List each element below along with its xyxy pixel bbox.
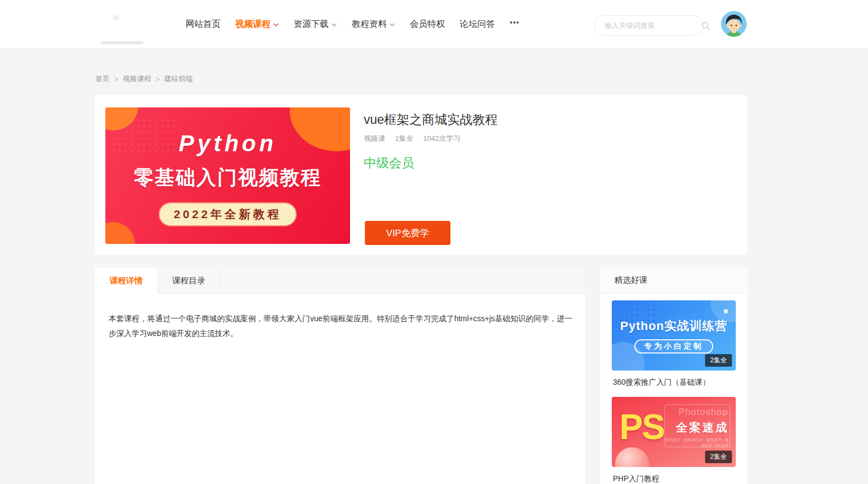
- nav-more-menu[interactable]: •••: [510, 18, 520, 27]
- course-meta: 视频课 1集全 1042次学习: [364, 134, 460, 144]
- tab-course-detail[interactable]: 课程详情: [95, 267, 157, 294]
- user-avatar[interactable]: [721, 11, 747, 37]
- vip-learn-button[interactable]: VIP免费学: [365, 221, 450, 245]
- chevron-down-icon: [331, 23, 337, 27]
- search-box: [594, 15, 704, 36]
- nav-item-downloads[interactable]: 资源下载: [294, 19, 337, 30]
- nav-item-tutorials[interactable]: 教程资料: [352, 19, 395, 30]
- thumbnail-title-cn: 零基础入门视频教程: [134, 164, 322, 191]
- breadcrumb-current: 建站前端: [164, 74, 193, 84]
- course-hero-card: Python 零基础入门视频教程 2022年全新教程 vue框架之商城实战教程 …: [95, 95, 747, 255]
- featured-courses-list: Python实战训练营 专为小白定制 2集全 360搜索推广入门（基础课） PS…: [600, 294, 747, 484]
- search-icon[interactable]: [701, 21, 710, 30]
- thumbnail-text-group: Python 零基础入门视频教程 2022年全新教程: [105, 107, 350, 244]
- nav-label: 资源下载: [294, 19, 329, 30]
- nav-label: 会员特权: [410, 19, 445, 30]
- nav-item-video-courses[interactable]: 视频课程: [235, 19, 279, 30]
- breadcrumb-video-courses[interactable]: 视频课程: [123, 74, 151, 84]
- episode-count-badge: 2集全: [705, 451, 732, 463]
- breadcrumb: 首页 > 视频课程 > 建站前端: [95, 74, 193, 84]
- featured-course-cover-ps[interactable]: PS Photoshop 全案速成 学码思订 · 必跟AICC0 · 视觉设计 …: [612, 397, 736, 467]
- site-logo[interactable]: [98, 10, 169, 43]
- member-level-badge: 中级会员: [364, 155, 414, 172]
- cover-ps-logo: PS: [619, 407, 664, 447]
- cover-title: Python实战训练营: [620, 318, 728, 334]
- main-nav: 网站首页 视频课程 资源下载 教程资料 会员特权: [185, 0, 520, 48]
- cover-fine-print: 学码思订 · 必跟AICC0 · 视觉设计 · 海报创意 与影合成: [664, 437, 729, 448]
- thumbnail-title-en: Python: [179, 130, 277, 157]
- course-description: 本套课程，将通过一个电子商城的实战案例，带领大家入门vue前端框架应用。特别适合…: [109, 311, 572, 341]
- breadcrumb-separator: >: [114, 75, 119, 83]
- cover-photoshop-watermark: Photoshop: [679, 407, 728, 418]
- nav-item-home[interactable]: 网站首页: [185, 19, 221, 30]
- detail-tabbar: 课程详情 课程目录: [95, 267, 585, 294]
- cover-subtitle-pill: 专为小白定制: [634, 339, 713, 354]
- logo-tagline: [100, 42, 143, 44]
- course-info: vue框架之商城实战教程 视频课 1集全 1042次学习 中级会员 VIP免费学: [364, 95, 737, 255]
- featured-courses-title: 精选好课: [600, 267, 747, 294]
- nav-item-membership[interactable]: 会员特权: [410, 19, 445, 30]
- chevron-down-icon: [273, 23, 279, 27]
- course-detail-card: 课程详情 课程目录 本套课程，将通过一个电子商城的实战案例，带领大家入门vue前…: [95, 267, 585, 484]
- course-type: 视频课: [364, 134, 385, 144]
- more-icon: •••: [510, 18, 520, 27]
- breadcrumb-home[interactable]: 首页: [95, 74, 110, 84]
- course-thumbnail[interactable]: Python 零基础入门视频教程 2022年全新教程: [105, 107, 350, 244]
- search-input[interactable]: [605, 21, 701, 30]
- featured-course-label[interactable]: 360搜索推广入门（基础课）: [613, 378, 735, 388]
- page: 网站首页 视频课程 资源下载 教程资料 会员特权: [0, 0, 868, 484]
- nav-item-forum[interactable]: 论坛问答: [460, 19, 495, 30]
- top-navbar: 网站首页 视频课程 资源下载 教程资料 会员特权: [0, 0, 868, 48]
- featured-courses-panel: 精选好课 Python实战训练营 专为小白定制 2集全 360搜索推广入门（基础…: [600, 267, 747, 484]
- breadcrumb-separator: >: [156, 75, 160, 83]
- nav-label: 教程资料: [352, 19, 387, 30]
- chevron-down-icon: [390, 23, 395, 27]
- course-episodes: 1集全: [395, 134, 413, 144]
- thumbnail-year-badge: 2022年全新教程: [160, 203, 296, 225]
- nav-label: 视频课程: [235, 19, 270, 30]
- nav-label: 论坛问答: [460, 19, 495, 30]
- featured-course-cover-python[interactable]: Python实战训练营 专为小白定制 2集全: [612, 300, 736, 371]
- episode-count-badge: 2集全: [705, 354, 732, 367]
- cover-title: 全案速成: [676, 420, 729, 435]
- nav-label: 网站首页: [185, 19, 221, 30]
- tab-course-catalog[interactable]: 课程目录: [157, 267, 220, 294]
- featured-course-label[interactable]: PHP入门教程: [613, 474, 735, 484]
- course-title: vue框架之商城实战教程: [364, 111, 498, 128]
- detail-body: 本套课程，将通过一个电子商城的实战案例，带领大家入门vue前端框架应用。特别适合…: [95, 294, 585, 358]
- course-views: 1042次学习: [423, 134, 460, 144]
- logo-mark: [113, 15, 119, 20]
